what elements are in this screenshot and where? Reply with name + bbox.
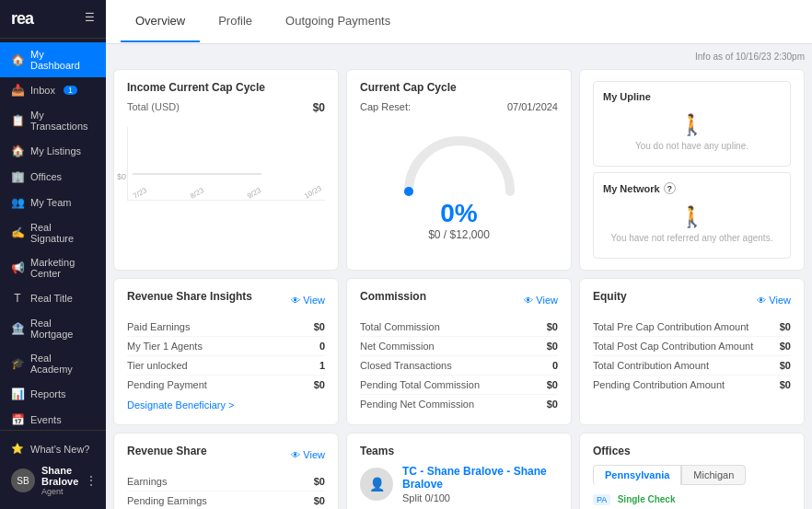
network-section: My Network ? 🚶 You have not referred any… <box>593 172 791 259</box>
tab-overview[interactable]: Overview <box>121 1 200 42</box>
row-1: Income Current Cap Cycle Total (USD) $0 … <box>113 69 805 271</box>
menu-icon[interactable]: ☰ <box>85 11 95 24</box>
sidebar-item-my-transactions[interactable]: 📋 My Transactions <box>0 103 106 138</box>
tab-profile[interactable]: Profile <box>203 1 267 42</box>
sidebar-item-inbox[interactable]: 📥 Inbox 1 <box>0 77 106 103</box>
revenue-share-view[interactable]: 👁 View <box>291 449 325 460</box>
content-area: Info as of 10/16/23 2:30pm Income Curren… <box>106 44 812 509</box>
user-dots-icon[interactable]: ⋮ <box>85 473 98 488</box>
row-value: 0 <box>319 341 325 352</box>
network-info-icon[interactable]: ? <box>664 182 676 194</box>
sidebar-item-label: Offices <box>30 171 62 182</box>
table-row: Earnings $0 <box>127 472 325 492</box>
sidebar: rea ☰ 🏠 My Dashboard 📥 Inbox 1📋 My Trans… <box>0 0 106 509</box>
nav-icon: 📊 <box>11 388 24 400</box>
designate-beneficiary-link[interactable]: Designate Beneficiary > <box>127 399 234 411</box>
offices-title: Offices <box>593 445 791 457</box>
sidebar-item-my-team[interactable]: 👥 My Team <box>0 190 106 215</box>
row-label: Pending Total Commission <box>360 379 480 390</box>
network-person-icon: 🚶 <box>679 205 704 229</box>
income-value: $0 <box>313 101 325 114</box>
sidebar-item-my-dashboard[interactable]: 🏠 My Dashboard <box>0 42 106 77</box>
user-row[interactable]: SB Shane Bralove Agent ⋮ <box>11 459 95 502</box>
gauge-svg <box>395 127 524 201</box>
table-row: Pending Contribution Amount $0 <box>593 376 791 394</box>
row-label: Total Commission <box>360 321 440 332</box>
sidebar-logo: rea ☰ <box>0 0 106 39</box>
nav-badge: 1 <box>64 86 77 95</box>
row-label: Pending Payment <box>127 379 207 390</box>
row-label: Tier unlocked <box>127 360 188 371</box>
income-label: Total (USD) <box>127 101 180 118</box>
sidebar-item-label: My Team <box>30 197 71 208</box>
row-value: $0 <box>314 476 325 487</box>
logo-text: rea <box>11 9 33 28</box>
row-label: Earnings <box>127 476 167 487</box>
row-label: Pending Net Commission <box>360 399 474 410</box>
sidebar-item-my-listings[interactable]: 🏠 My Listings <box>0 138 106 164</box>
row-label: Pending Earnings <box>127 495 207 506</box>
table-row: Total Post Cap Contribution Amount $0 <box>593 337 791 356</box>
sidebar-item-marketing-center[interactable]: 📢 Marketing Center <box>0 250 106 285</box>
main-content: Overview Profile Outgoing Payments Info … <box>106 0 812 509</box>
upline-empty: 🚶 You do not have any upline. <box>603 108 781 156</box>
income-chart: $0 7/23 8/23 9/23 10/23 <box>127 127 325 201</box>
revenue-share-header: Revenue Share 👁 View <box>127 445 325 465</box>
chart-label-2: 8/23 <box>189 186 205 201</box>
sidebar-bottom: ⭐ What's New? SB Shane Bralove Agent ⋮ <box>0 430 106 509</box>
sidebar-item-real-title[interactable]: T Real Title <box>0 285 106 311</box>
sidebar-nav: 🏠 My Dashboard 📥 Inbox 1📋 My Transaction… <box>0 39 106 430</box>
row-label: Pending Contribution Amount <box>593 379 725 390</box>
sidebar-item-label: Real Title <box>30 293 73 304</box>
row-value: $0 <box>780 360 791 371</box>
sidebar-item-label: My Listings <box>30 145 81 156</box>
sidebar-item-label: Real Signature <box>30 222 95 244</box>
commission-rows: Total Commission $0Net Commission $0Clos… <box>360 318 558 413</box>
upline-network-card: My Upline 🚶 You do not have any upline. … <box>579 69 805 271</box>
commission-view[interactable]: 👁 View <box>524 295 558 306</box>
row-value: $0 <box>780 341 791 352</box>
table-row: Total Pre Cap Contribution Amount $0 <box>593 318 791 337</box>
commission-header: Commission 👁 View <box>360 290 558 310</box>
nav-icon: 📢 <box>11 261 24 274</box>
upline-empty-text: You do not have any upline. <box>635 141 748 151</box>
revenue-insights-card: Revenue Share Insights 👁 View Paid Earni… <box>113 278 339 425</box>
row-value: $0 <box>547 399 558 410</box>
sidebar-item-events[interactable]: 📅 Events <box>0 407 106 430</box>
revenue-insights-header: Revenue Share Insights 👁 View <box>127 290 325 310</box>
row-label: Closed Transactions <box>360 360 452 371</box>
table-row: Pending Earnings $0 <box>127 492 325 509</box>
table-row: Tier unlocked 1 <box>127 356 325 376</box>
team-row: 👤 TC - Shane Bralove - Shane Bralove Spl… <box>360 465 558 503</box>
office-badge: PA <box>593 494 610 505</box>
revenue-insights-view[interactable]: 👁 View <box>291 295 325 306</box>
table-row: Paid Earnings $0 <box>127 318 325 337</box>
row-label: Paid Earnings <box>127 321 191 332</box>
sidebar-item-real-signature[interactable]: ✍️ Real Signature <box>0 215 106 250</box>
sidebar-item-reports[interactable]: 📊 Reports <box>0 381 106 407</box>
star-icon: ⭐ <box>11 443 24 455</box>
top-tabs: Overview Profile Outgoing Payments <box>106 0 812 44</box>
nav-icon: 🏦 <box>11 322 24 335</box>
row-value: $0 <box>547 341 558 352</box>
whats-new-item[interactable]: ⭐ What's New? <box>11 438 95 459</box>
table-row: Total Commission $0 <box>360 318 558 337</box>
sidebar-item-label: My Transactions <box>30 110 95 132</box>
office-tab-michigan[interactable]: Michigan <box>681 465 746 485</box>
eye-icon: 👁 <box>291 295 300 306</box>
sidebar-item-offices[interactable]: 🏢 Offices <box>0 164 106 190</box>
equity-view[interactable]: 👁 View <box>757 295 791 306</box>
sidebar-item-real-mortgage[interactable]: 🏦 Real Mortgage <box>0 311 106 346</box>
info-bar: Info as of 10/16/23 2:30pm <box>113 52 805 62</box>
office-tab-pennsylvania[interactable]: Pennsylvania <box>593 465 681 485</box>
cap-card-title: Current Cap Cycle <box>360 81 558 94</box>
chart-zero-label: $0 <box>117 172 126 181</box>
row-value: $0 <box>314 495 325 506</box>
cap-reset-value: 07/01/2024 <box>507 101 558 112</box>
row-value: $0 <box>780 321 791 332</box>
user-name: Shane Bralove <box>41 465 78 487</box>
tab-outgoing-payments[interactable]: Outgoing Payments <box>271 1 405 42</box>
revenue-share-title: Revenue Share <box>127 445 207 457</box>
current-cap-card: Current Cap Cycle Cap Reset: 07/01/2024 … <box>346 69 572 271</box>
sidebar-item-real-academy[interactable]: 🎓 Real Academy <box>0 346 106 381</box>
